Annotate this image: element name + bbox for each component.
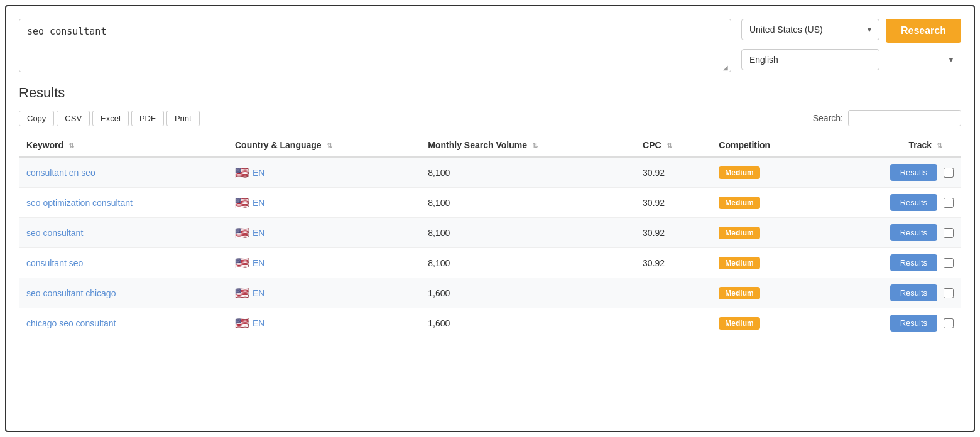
- cell-volume: 8,100: [420, 188, 635, 218]
- print-button[interactable]: Print: [166, 111, 200, 126]
- keyword-link[interactable]: consultant seo: [26, 258, 83, 268]
- cell-keyword: seo consultant: [19, 218, 227, 248]
- table-search-input[interactable]: [848, 110, 961, 126]
- results-button[interactable]: Results: [890, 194, 937, 211]
- keyword-input[interactable]: <span class="seo-underline">seo</span> c…: [19, 19, 731, 70]
- keyword-link[interactable]: seo optimization consultant: [26, 198, 133, 208]
- competition-badge: Medium: [719, 287, 760, 299]
- cell-country-language: 🇺🇸EN: [227, 278, 420, 308]
- cell-volume: 8,100: [420, 248, 635, 278]
- cell-cpc: [635, 278, 711, 308]
- track-checkbox[interactable]: [944, 168, 954, 178]
- cpc-sort-icon: ⇅: [667, 142, 672, 150]
- controls-section: United States (US) United Kingdom (UK) C…: [741, 19, 961, 72]
- table-row: seo consultant🇺🇸EN8,10030.92MediumResult…: [19, 218, 961, 248]
- lang-code: EN: [253, 168, 264, 178]
- keyword-link[interactable]: consultant en seo: [26, 168, 95, 178]
- table-row: seo optimization consultant🇺🇸EN8,10030.9…: [19, 188, 961, 218]
- keyword-link[interactable]: seo consultant: [26, 228, 83, 238]
- results-title: Results: [19, 85, 961, 101]
- cell-track: Results: [825, 308, 961, 338]
- search-textarea-wrapper: <span class="seo-underline">seo</span> c…: [19, 19, 731, 72]
- country-sort-icon: ⇅: [327, 142, 332, 150]
- cell-competition: Medium: [711, 218, 825, 248]
- results-button[interactable]: Results: [890, 224, 937, 241]
- track-checkbox[interactable]: [944, 318, 954, 328]
- flag-icon: 🇺🇸: [235, 166, 249, 180]
- lang-code: EN: [253, 288, 264, 298]
- cell-track: Results: [825, 157, 961, 188]
- cell-cpc: 30.92: [635, 188, 711, 218]
- col-header-cpc[interactable]: CPC ⇅: [635, 134, 711, 157]
- cell-cpc: 30.92: [635, 218, 711, 248]
- competition-badge: Medium: [719, 166, 760, 179]
- results-button[interactable]: Results: [890, 315, 937, 332]
- cell-volume: 8,100: [420, 157, 635, 188]
- keyword-link[interactable]: chicago seo consultant: [26, 318, 116, 328]
- country-select[interactable]: United States (US) United Kingdom (UK) C…: [741, 19, 879, 40]
- cell-keyword: seo consultant chicago: [19, 278, 227, 308]
- cell-competition: Medium: [711, 157, 825, 188]
- lang-code: EN: [253, 228, 264, 238]
- volume-sort-icon: ⇅: [532, 142, 538, 150]
- cell-keyword: consultant seo: [19, 248, 227, 278]
- results-button[interactable]: Results: [890, 164, 937, 181]
- language-select[interactable]: English Spanish French German: [741, 49, 879, 70]
- col-header-volume[interactable]: Monthly Search Volume ⇅: [420, 134, 635, 157]
- col-header-country-language[interactable]: Country & Language ⇅: [227, 134, 420, 157]
- research-button[interactable]: Research: [886, 19, 961, 43]
- search-label: Search:: [813, 113, 843, 123]
- col-header-competition: Competition: [711, 134, 825, 157]
- lang-code: EN: [253, 318, 264, 328]
- cell-keyword: consultant en seo: [19, 157, 227, 188]
- cell-track: Results: [825, 218, 961, 248]
- cell-track: Results: [825, 248, 961, 278]
- competition-badge: Medium: [719, 317, 760, 330]
- table-header-row: Keyword ⇅ Country & Language ⇅ Monthly S…: [19, 134, 961, 157]
- cell-volume: 1,600: [420, 278, 635, 308]
- pdf-button[interactable]: PDF: [131, 111, 164, 126]
- col-header-track[interactable]: Track ⇅: [825, 134, 961, 157]
- cell-country-language: 🇺🇸EN: [227, 157, 420, 188]
- cell-competition: Medium: [711, 308, 825, 338]
- track-sort-icon: ⇅: [937, 142, 942, 150]
- cell-cpc: [635, 308, 711, 338]
- cell-competition: Medium: [711, 248, 825, 278]
- table-row: consultant en seo🇺🇸EN8,10030.92MediumRes…: [19, 157, 961, 188]
- flag-icon: 🇺🇸: [235, 226, 249, 240]
- competition-badge: Medium: [719, 257, 760, 269]
- flag-icon: 🇺🇸: [235, 196, 249, 210]
- cell-country-language: 🇺🇸EN: [227, 218, 420, 248]
- track-checkbox[interactable]: [944, 258, 954, 268]
- excel-button[interactable]: Excel: [92, 111, 129, 126]
- cell-cpc: 30.92: [635, 248, 711, 278]
- top-section: <span class="seo-underline">seo</span> c…: [19, 19, 961, 72]
- cell-country-language: 🇺🇸EN: [227, 248, 420, 278]
- lang-code: EN: [253, 258, 264, 268]
- top-controls-row: United States (US) United Kingdom (UK) C…: [741, 19, 961, 43]
- flag-icon: 🇺🇸: [235, 316, 249, 330]
- track-checkbox[interactable]: [944, 228, 954, 238]
- language-select-wrapper: English Spanish French German ▼: [741, 49, 961, 70]
- keyword-sort-icon: ⇅: [68, 142, 74, 150]
- competition-badge: Medium: [719, 227, 760, 239]
- col-header-keyword[interactable]: Keyword ⇅: [19, 134, 227, 157]
- cell-volume: 8,100: [420, 218, 635, 248]
- results-button[interactable]: Results: [890, 284, 937, 301]
- table-search-wrapper: Search:: [813, 110, 961, 126]
- flag-icon: 🇺🇸: [235, 256, 249, 270]
- results-button[interactable]: Results: [890, 254, 937, 271]
- cell-country-language: 🇺🇸EN: [227, 188, 420, 218]
- copy-button[interactable]: Copy: [19, 111, 54, 126]
- csv-button[interactable]: CSV: [57, 111, 90, 126]
- results-table: Keyword ⇅ Country & Language ⇅ Monthly S…: [19, 134, 961, 338]
- keyword-link[interactable]: seo consultant chicago: [26, 288, 116, 298]
- export-buttons: Copy CSV Excel PDF Print: [19, 111, 200, 126]
- language-select-arrow: ▼: [947, 55, 955, 64]
- toolbar: Copy CSV Excel PDF Print Search:: [19, 110, 961, 126]
- track-checkbox[interactable]: [944, 288, 954, 298]
- track-checkbox[interactable]: [944, 198, 954, 208]
- flag-icon: 🇺🇸: [235, 286, 249, 300]
- lang-code: EN: [253, 198, 264, 208]
- cell-cpc: 30.92: [635, 157, 711, 188]
